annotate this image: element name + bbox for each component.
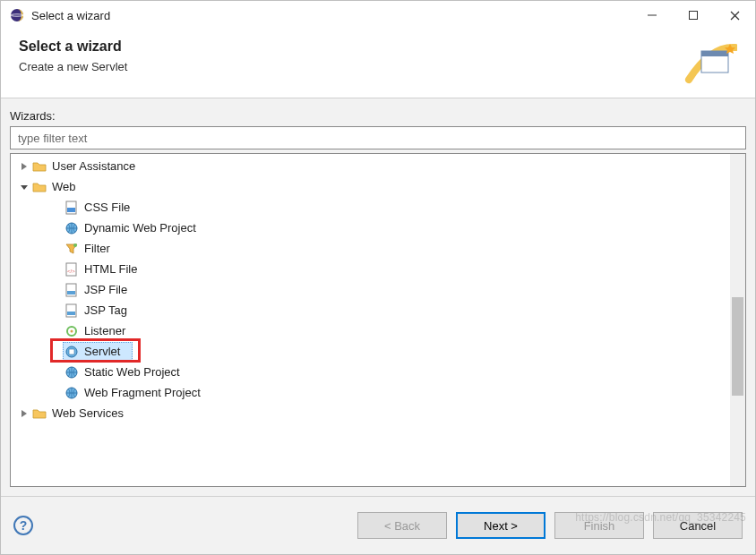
globe-static-icon [64,365,79,380]
cancel-button[interactable]: Cancel [653,512,743,539]
tree-item-jsp-tag[interactable]: JSP Tag [11,300,730,320]
tree-item-label: Web [52,180,76,193]
tree-item-label: Web Services [52,406,124,420]
tree-viewport[interactable]: User AssistanceWebCSS FileDynamic Web Pr… [11,154,730,486]
tree-item-html-file[interactable]: </>HTML File [11,259,730,279]
titlebar: Select a wizard [1,1,755,30]
tree-item-servlet[interactable]: Servlet [11,341,730,362]
folder-icon [32,180,47,194]
jsp-tag-icon [64,303,79,318]
tree-item-label: HTML File [84,262,137,276]
minimize-button[interactable] [631,1,673,30]
svg-rect-10 [67,208,75,212]
maximize-button[interactable] [673,1,714,30]
tree-item-filter[interactable]: Filter [11,238,730,259]
tree-item-label: Dynamic Web Project [84,221,196,235]
globe-proj-icon [64,221,79,235]
svg-line-5 [731,12,739,20]
scrollbar-vertical[interactable] [730,154,745,486]
tree-item-label: User Assistance [52,159,135,173]
svg-point-20 [71,329,73,332]
chevron-right-icon[interactable] [18,160,30,173]
wizards-label: Wizards: [10,109,746,123]
page-title: Select a wizard [19,38,683,55]
tree-item-label: JSP Tag [84,303,127,317]
filter-input[interactable] [10,126,746,149]
tree-item-web[interactable]: Web [11,176,730,197]
window-title: Select a wizard [31,9,110,22]
window-controls [631,1,755,30]
globe-frag-icon [64,386,79,400]
dialog-body: Wizards: User AssistanceWebCSS FileDynam… [1,98,755,497]
folder-icon [32,406,47,421]
wizard-banner-icon [683,38,737,85]
tree-item-css-file[interactable]: CSS File [11,197,730,218]
servlet-icon [64,345,79,359]
tree-item-listener[interactable]: Listener [11,320,730,341]
tree-item-dynamic-web-project[interactable]: Dynamic Web Project [11,218,730,238]
close-button[interactable] [714,1,755,30]
wizard-tree: User AssistanceWebCSS FileDynamic Web Pr… [10,153,746,487]
dialog-footer: ? < Back Next > Finish Cancel https://bl… [1,497,755,554]
svg-rect-22 [69,349,74,354]
svg-rect-3 [690,12,698,20]
dialog-header: Select a wizard Create a new Servlet [1,30,755,98]
wizard-dialog: Select a wizard Select a wizard Create a… [0,0,756,555]
tree-item-web-fragment-project[interactable]: Web Fragment Project [11,382,730,403]
tree-item-label: Static Web Project [84,365,180,379]
svg-line-4 [731,12,739,20]
tree-item-jsp-file[interactable]: JSP File [11,279,730,300]
svg-point-12 [73,243,77,247]
tree-item-label: Filter [84,242,110,255]
eclipse-icon [10,8,24,22]
svg-text:</>: </> [67,269,75,274]
tree-item-static-web-project[interactable]: Static Web Project [11,362,730,382]
filter-icon [64,242,79,256]
chevron-down-icon[interactable] [18,181,30,193]
next-button[interactable]: Next > [456,512,546,539]
tree-item-user-assistance[interactable]: User Assistance [11,156,730,176]
tree-item-label: Servlet [84,345,120,358]
tree-item-label: Listener [84,324,125,337]
listener-icon [64,324,79,338]
tree-item-label: CSS File [84,201,130,214]
back-button[interactable]: < Back [357,512,447,539]
finish-button[interactable]: Finish [554,512,644,539]
svg-rect-16 [67,291,75,295]
page-subtitle: Create a new Servlet [19,60,683,73]
svg-rect-18 [67,312,75,315]
help-button[interactable]: ? [13,516,33,535]
css-file-icon [64,201,79,215]
folder-icon [32,159,47,174]
tree-item-label: JSP File [84,283,127,296]
scrollbar-thumb[interactable] [732,297,743,396]
jsp-file-icon [64,283,79,297]
tree-item-web-services[interactable]: Web Services [11,403,730,423]
chevron-right-icon[interactable] [18,407,30,420]
tree-item-label: Web Fragment Project [84,386,201,399]
svg-rect-7 [701,51,728,56]
html-file-icon: </> [64,262,79,277]
